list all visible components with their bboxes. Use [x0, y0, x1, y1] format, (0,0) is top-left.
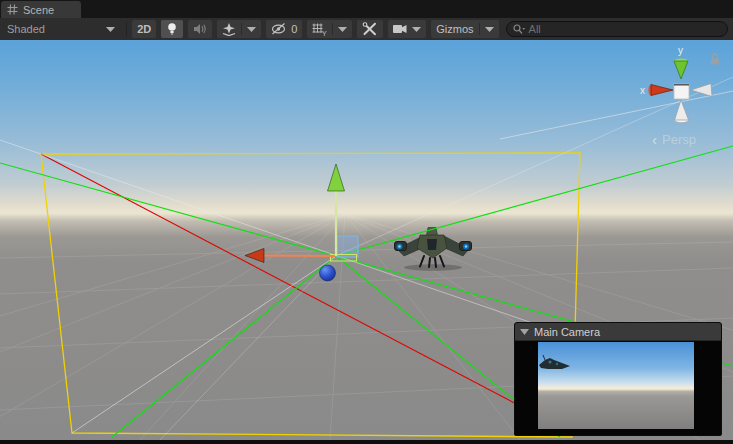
audio-speaker-icon: [193, 23, 207, 35]
toggle-2d-label: 2D: [137, 23, 151, 35]
scene-visibility-button[interactable]: 0: [266, 20, 302, 38]
camera-preview-letterbox: [515, 341, 721, 435]
shading-mode-dropdown[interactable]: Shaded: [2, 20, 120, 38]
svg-text:Y: Y: [322, 30, 327, 36]
persp-back-arrow-icon[interactable]: ‹: [652, 131, 657, 148]
camera-preview-render: [538, 342, 694, 429]
gizmos-label: Gizmos: [436, 23, 473, 35]
y-axis-label: y: [678, 45, 683, 56]
toggle-2d-button[interactable]: 2D: [132, 20, 156, 38]
orientation-x-axis[interactable]: [651, 85, 673, 96]
search-placeholder: All: [529, 23, 541, 35]
spaceship-model[interactable]: [395, 228, 472, 271]
wrench-screwdriver-icon: [362, 22, 378, 36]
chevron-down-icon: [247, 27, 256, 32]
translate-gizmo[interactable]: [245, 164, 358, 281]
tools-button[interactable]: [357, 20, 383, 38]
z-axis-sphere-handle[interactable]: [320, 265, 336, 281]
toolbar-divider: [126, 22, 127, 36]
eye-slash-icon: [271, 23, 287, 35]
orientation-gizmo[interactable]: y x: [640, 45, 712, 123]
camera-preview-header[interactable]: Main Camera: [515, 323, 721, 341]
camera-dropdown-button[interactable]: [388, 20, 426, 38]
spaceship-shadow: [404, 264, 462, 270]
tab-label: Scene: [23, 4, 54, 16]
search-input[interactable]: All: [506, 21, 728, 37]
frustum-diagonal-red: [41, 154, 560, 427]
light-bulb-icon: [166, 22, 178, 36]
x-axis-handle[interactable]: [264, 256, 336, 257]
orientation-y-axis[interactable]: [674, 61, 688, 79]
tab-scene[interactable]: Scene: [1, 1, 81, 18]
scene-viewport[interactable]: y x ‹ Persp Main Camera: [0, 42, 733, 440]
unity-scene-view-window: Scene Shaded 2D: [0, 0, 733, 444]
button-separator: [332, 23, 333, 35]
tab-bar: Scene: [0, 0, 733, 18]
x-axis-label: x: [640, 85, 645, 96]
lighting-toggle-button[interactable]: [161, 20, 183, 38]
hidden-object-count: 0: [291, 23, 297, 35]
chevron-down-icon: [412, 27, 421, 32]
foldout-triangle-icon: [520, 329, 529, 335]
scene-grid-icon: [7, 4, 18, 15]
chevron-down-icon: [338, 27, 347, 32]
camera-preview-title: Main Camera: [534, 326, 600, 338]
window-bottom-edge: [0, 440, 733, 444]
y-axis-arrowhead[interactable]: [328, 164, 345, 191]
persp-label[interactable]: Persp: [662, 132, 696, 147]
chevron-down-icon: [485, 27, 494, 32]
button-separator: [479, 23, 480, 35]
scene-toolbar: Shaded 2D: [0, 18, 733, 40]
chevron-down-icon: [106, 27, 115, 32]
grid-axis-icon: Y: [312, 23, 327, 36]
video-camera-icon: [393, 24, 408, 34]
effects-star-icon: [222, 23, 236, 36]
projection-mode[interactable]: ‹ Persp: [652, 131, 696, 148]
button-separator: [241, 23, 242, 35]
grid-visibility-dropdown[interactable]: Y: [307, 20, 352, 38]
camera-preview-panel: Main Camera: [514, 322, 722, 436]
translate-plane-handle-xy[interactable]: [337, 236, 358, 257]
gizmos-dropdown-button[interactable]: Gizmos: [431, 20, 498, 38]
shading-mode-label: Shaded: [7, 23, 45, 35]
effects-dropdown-button[interactable]: [217, 20, 261, 38]
audio-toggle-button[interactable]: [188, 20, 212, 38]
preview-spaceship-silhouette: [538, 354, 574, 374]
search-icon: [513, 24, 525, 35]
lock-icon[interactable]: [711, 54, 719, 65]
orientation-cube[interactable]: [674, 84, 689, 99]
